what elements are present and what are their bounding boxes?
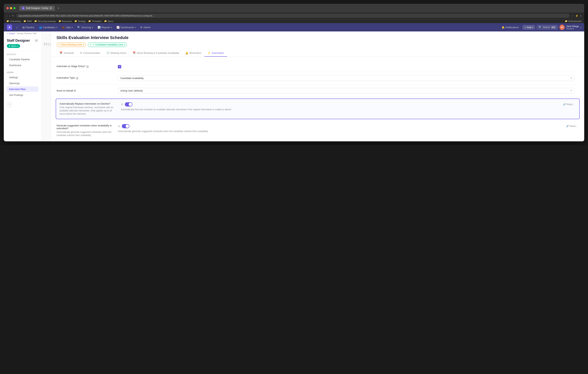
auto-replace-toggle[interactable] bbox=[125, 102, 132, 107]
url-input[interactable] bbox=[16, 14, 570, 18]
tab-reminders[interactable]: 🔔 Reminders bbox=[182, 50, 204, 57]
bookmark-specs[interactable]: 📁 Specs bbox=[104, 20, 114, 22]
info-icon[interactable]: i bbox=[76, 77, 78, 80]
back-button[interactable]: ‹ bbox=[6, 14, 7, 17]
nav-jobs[interactable]: 💼 Jobs ▾ bbox=[60, 25, 75, 30]
nav-home-icon[interactable]: ⌂ bbox=[14, 25, 20, 30]
nav-sourcing-label: Sourcing bbox=[81, 26, 91, 29]
generate-schedules-reset-button[interactable]: 🔗 Reset... bbox=[565, 124, 579, 128]
bookmark-recurring-meetings[interactable]: 📁 Recurring meetings bbox=[34, 20, 56, 22]
allow-breaks-row: Allow breaks? Allow breaks when generati… bbox=[56, 140, 579, 141]
maximize-window-button[interactable] bbox=[13, 7, 16, 9]
tab-meeting-hours[interactable]: 🕐 Meeting Hours bbox=[104, 50, 130, 57]
sidebar-item-openings[interactable]: Openings bbox=[7, 81, 38, 86]
help-section: ? bbox=[4, 99, 42, 110]
user-company: Nocobird bbox=[566, 28, 579, 30]
bookmarks-bar: 📁 Onboarding 📁 PMM 📁 Recurring meetings … bbox=[4, 19, 584, 23]
nav-pipeline[interactable]: ▤ Pipeline bbox=[21, 25, 36, 30]
candidates-icon: 👥 bbox=[39, 26, 42, 29]
notifications-button[interactable]: 🔔 Notifications bbox=[500, 25, 521, 30]
star-icon[interactable]: ☆ bbox=[572, 14, 574, 17]
automate-on-stage-checkbox[interactable] bbox=[118, 65, 121, 68]
refresh-button[interactable]: ↻ bbox=[12, 14, 14, 17]
auto-replace-label-section: Automatically Replace Interviewer on Dec… bbox=[60, 102, 116, 115]
nav-right: 🔔 Notifications + Add ▾ 🔍 Search ⌘K JO J… bbox=[500, 25, 581, 30]
sidebar-close-button[interactable]: ✕ bbox=[34, 38, 38, 43]
tab-direct-booking[interactable]: 📅 Direct Booking & Candidate Availabilit… bbox=[130, 50, 182, 57]
calendar2-icon: 📅 bbox=[133, 52, 136, 54]
auto-replace-reset-button[interactable]: 🔗 Reset... bbox=[561, 102, 576, 107]
bookmark-pmm[interactable]: 📁 PMM bbox=[23, 20, 32, 22]
activity-section-label: ACTIVITY bbox=[7, 53, 38, 55]
sidebar-item-interview-plan[interactable]: Interview Plan bbox=[7, 86, 38, 92]
sidebar-item-job-postings[interactable]: Job Postings bbox=[7, 92, 38, 98]
profile-icon[interactable]: A bbox=[580, 14, 582, 17]
nav-candidates[interactable]: 👥 Candidates ▾ bbox=[37, 25, 59, 30]
extension-icon[interactable]: ⚡ bbox=[575, 14, 578, 17]
automation-type-row: Automation Type i Candidate Availability… bbox=[56, 72, 579, 85]
bookmark-ta-leaders[interactable]: 📁 TA leaders bbox=[88, 20, 102, 22]
address-bar: ‹ › ↻ ☆ ⚡ A bbox=[4, 12, 584, 19]
tab-close-button[interactable]: ✕ bbox=[49, 7, 52, 10]
send-on-behalf-control[interactable]: Acting User (default) ▾ bbox=[118, 88, 574, 93]
auto-replace-desc: If the original interviewer declines, re… bbox=[60, 106, 116, 115]
automate-on-stage-label: Automate on Stage Entry? bbox=[56, 65, 85, 68]
close-window-button[interactable] bbox=[6, 7, 9, 9]
nav-dashboards[interactable]: 📈 Dashboards ▾ bbox=[115, 25, 137, 30]
chevron-down-icon: ▾ bbox=[111, 26, 112, 28]
generate-schedules-reset-label: Reset... bbox=[570, 125, 578, 128]
status-badge[interactable]: ● Open ▾ bbox=[7, 44, 20, 48]
user-avatar[interactable]: JO bbox=[559, 25, 565, 30]
candidate-availability-badge[interactable]: ✓ ✓ Candidate Availability Links ▾ bbox=[88, 43, 127, 47]
user-chevron-icon: ▾ bbox=[580, 26, 581, 28]
nav-sourcing[interactable]: 🔍 Sourcing ▾ bbox=[75, 25, 95, 30]
tab-communication[interactable]: ✉ Communication bbox=[77, 50, 103, 57]
bookmark-all[interactable]: 📁 All Bookmarks bbox=[565, 20, 582, 22]
breadcrumb-home[interactable]: Home bbox=[9, 32, 15, 35]
chevron-down-icon: ▾ bbox=[135, 26, 136, 28]
automate-on-stage-control bbox=[118, 65, 574, 68]
send-on-behalf-select[interactable]: Acting User (default) ▾ bbox=[118, 88, 574, 93]
automation-type-control[interactable]: Candidate Availability ▾ bbox=[118, 75, 574, 81]
browser-tab-active[interactable]: A Staff Designer • Ashby ✕ bbox=[19, 6, 55, 11]
user-info: Jane Ortega Nocobird bbox=[566, 25, 579, 30]
tab-automation[interactable]: ⚡ Automation bbox=[204, 50, 227, 57]
search-button[interactable]: 🔍 Search ⌘K bbox=[537, 25, 558, 30]
tab-schedule-label: Schedule bbox=[64, 52, 74, 54]
auto-replace-reset: 🔗 Reset... bbox=[561, 102, 576, 107]
nav-reports[interactable]: 📊 Reports ▾ bbox=[96, 25, 114, 30]
warning-icon: ! bbox=[59, 43, 59, 46]
tab-reminders-label: Reminders bbox=[189, 52, 201, 54]
automation-type-label-section: Automation Type i bbox=[56, 76, 113, 80]
add-label: Add bbox=[527, 26, 531, 29]
info-icon[interactable]: i bbox=[86, 65, 89, 68]
nav-admin[interactable]: ⚙ Admin bbox=[138, 25, 152, 30]
sidebar-item-dashboard[interactable]: Dashboard bbox=[7, 63, 38, 68]
automation-type-select[interactable]: Candidate Availability ▾ bbox=[118, 75, 574, 81]
generate-schedules-desc: Automatically generate suggested schedul… bbox=[56, 130, 113, 137]
sidebar-item-candidate-pipeline[interactable]: Candidate Pipeline bbox=[7, 57, 38, 62]
new-tab-button[interactable]: + bbox=[56, 6, 60, 10]
sidebar-item-settings[interactable]: Settings bbox=[7, 75, 38, 80]
direct-booking-badge[interactable]: ! ! Direct Booking Links ▾ bbox=[56, 43, 86, 47]
add-button[interactable]: + Add ▾ bbox=[523, 25, 535, 30]
bookmark-strategy[interactable]: 📁 Strategy bbox=[74, 20, 86, 22]
send-on-behalf-label: Send on behalf of bbox=[56, 89, 76, 92]
folder-icon: 📁 bbox=[88, 20, 91, 22]
forward-button[interactable]: › bbox=[9, 14, 10, 17]
nav-reports-label: Reports bbox=[102, 26, 110, 29]
nav-jobs-label: Jobs bbox=[66, 26, 71, 29]
help-button[interactable]: ? bbox=[7, 102, 12, 107]
folder-icon: 📁 bbox=[104, 20, 107, 22]
partial-content-area: Hi... Ski... On... Off... bbox=[42, 32, 51, 141]
send-on-behalf-label-section: Send on behalf of bbox=[56, 89, 113, 92]
bookmark-resources[interactable]: 📁 Resources bbox=[59, 20, 72, 22]
bookmark-onboarding[interactable]: 📁 Onboarding bbox=[6, 20, 21, 22]
tab-schedule[interactable]: 📅 Schedule bbox=[56, 50, 77, 57]
nav-pipeline-label: Pipeline bbox=[26, 26, 34, 29]
generate-schedules-toggle[interactable] bbox=[122, 124, 129, 128]
minimize-window-button[interactable] bbox=[10, 7, 12, 9]
status-chevron: ▾ bbox=[17, 45, 18, 47]
link-icon: 🔗 bbox=[566, 125, 569, 128]
jobs-icon: 💼 bbox=[62, 26, 65, 29]
